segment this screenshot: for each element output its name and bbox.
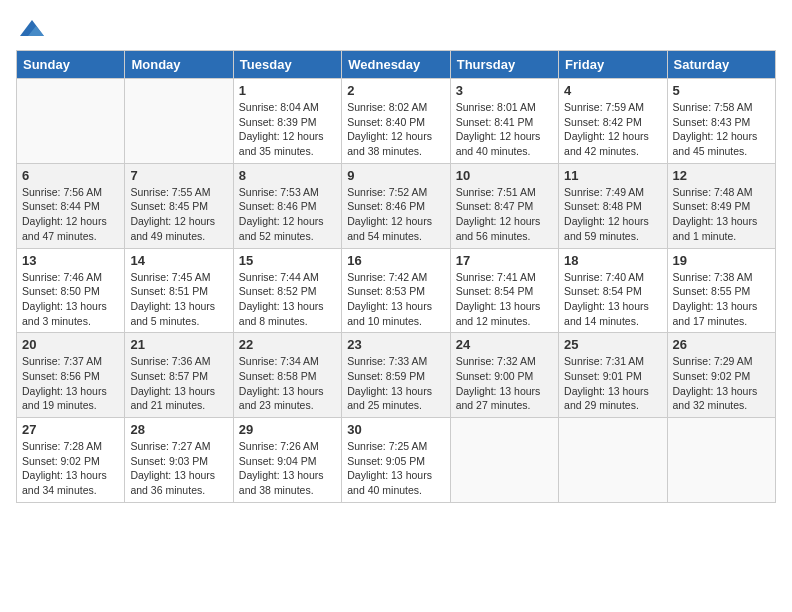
day-info: Sunrise: 7:41 AM Sunset: 8:54 PM Dayligh… (456, 270, 553, 329)
logo-icon (18, 16, 46, 44)
calendar-cell: 22Sunrise: 7:34 AM Sunset: 8:58 PM Dayli… (233, 333, 341, 418)
calendar-table: SundayMondayTuesdayWednesdayThursdayFrid… (16, 50, 776, 503)
day-info: Sunrise: 7:26 AM Sunset: 9:04 PM Dayligh… (239, 439, 336, 498)
day-info: Sunrise: 7:59 AM Sunset: 8:42 PM Dayligh… (564, 100, 661, 159)
calendar-cell: 21Sunrise: 7:36 AM Sunset: 8:57 PM Dayli… (125, 333, 233, 418)
calendar-cell: 23Sunrise: 7:33 AM Sunset: 8:59 PM Dayli… (342, 333, 450, 418)
calendar-cell: 11Sunrise: 7:49 AM Sunset: 8:48 PM Dayli… (559, 163, 667, 248)
calendar-cell: 12Sunrise: 7:48 AM Sunset: 8:49 PM Dayli… (667, 163, 775, 248)
page-header (16, 16, 776, 44)
day-number: 25 (564, 337, 661, 352)
day-info: Sunrise: 7:52 AM Sunset: 8:46 PM Dayligh… (347, 185, 444, 244)
day-info: Sunrise: 7:58 AM Sunset: 8:43 PM Dayligh… (673, 100, 770, 159)
day-number: 3 (456, 83, 553, 98)
calendar-cell: 24Sunrise: 7:32 AM Sunset: 9:00 PM Dayli… (450, 333, 558, 418)
day-number: 8 (239, 168, 336, 183)
day-number: 4 (564, 83, 661, 98)
day-info: Sunrise: 7:29 AM Sunset: 9:02 PM Dayligh… (673, 354, 770, 413)
day-number: 6 (22, 168, 119, 183)
header-tuesday: Tuesday (233, 51, 341, 79)
day-info: Sunrise: 7:46 AM Sunset: 8:50 PM Dayligh… (22, 270, 119, 329)
calendar-cell: 17Sunrise: 7:41 AM Sunset: 8:54 PM Dayli… (450, 248, 558, 333)
day-info: Sunrise: 7:31 AM Sunset: 9:01 PM Dayligh… (564, 354, 661, 413)
logo (16, 16, 46, 44)
day-info: Sunrise: 7:53 AM Sunset: 8:46 PM Dayligh… (239, 185, 336, 244)
day-number: 20 (22, 337, 119, 352)
header-saturday: Saturday (667, 51, 775, 79)
week-row-5: 27Sunrise: 7:28 AM Sunset: 9:02 PM Dayli… (17, 418, 776, 503)
day-number: 28 (130, 422, 227, 437)
day-number: 9 (347, 168, 444, 183)
calendar-cell: 14Sunrise: 7:45 AM Sunset: 8:51 PM Dayli… (125, 248, 233, 333)
day-number: 11 (564, 168, 661, 183)
day-info: Sunrise: 7:40 AM Sunset: 8:54 PM Dayligh… (564, 270, 661, 329)
calendar-header-row: SundayMondayTuesdayWednesdayThursdayFrid… (17, 51, 776, 79)
calendar-cell: 3Sunrise: 8:01 AM Sunset: 8:41 PM Daylig… (450, 79, 558, 164)
calendar-cell (667, 418, 775, 503)
day-info: Sunrise: 7:44 AM Sunset: 8:52 PM Dayligh… (239, 270, 336, 329)
day-number: 30 (347, 422, 444, 437)
day-number: 24 (456, 337, 553, 352)
day-info: Sunrise: 7:56 AM Sunset: 8:44 PM Dayligh… (22, 185, 119, 244)
day-info: Sunrise: 7:51 AM Sunset: 8:47 PM Dayligh… (456, 185, 553, 244)
day-number: 7 (130, 168, 227, 183)
day-info: Sunrise: 8:04 AM Sunset: 8:39 PM Dayligh… (239, 100, 336, 159)
calendar-cell (17, 79, 125, 164)
day-info: Sunrise: 7:36 AM Sunset: 8:57 PM Dayligh… (130, 354, 227, 413)
day-info: Sunrise: 7:55 AM Sunset: 8:45 PM Dayligh… (130, 185, 227, 244)
calendar-cell (125, 79, 233, 164)
calendar-cell: 15Sunrise: 7:44 AM Sunset: 8:52 PM Dayli… (233, 248, 341, 333)
calendar-cell: 13Sunrise: 7:46 AM Sunset: 8:50 PM Dayli… (17, 248, 125, 333)
day-number: 18 (564, 253, 661, 268)
day-number: 1 (239, 83, 336, 98)
day-info: Sunrise: 7:49 AM Sunset: 8:48 PM Dayligh… (564, 185, 661, 244)
calendar-cell: 30Sunrise: 7:25 AM Sunset: 9:05 PM Dayli… (342, 418, 450, 503)
day-number: 16 (347, 253, 444, 268)
calendar-cell: 29Sunrise: 7:26 AM Sunset: 9:04 PM Dayli… (233, 418, 341, 503)
week-row-2: 6Sunrise: 7:56 AM Sunset: 8:44 PM Daylig… (17, 163, 776, 248)
day-info: Sunrise: 7:28 AM Sunset: 9:02 PM Dayligh… (22, 439, 119, 498)
day-info: Sunrise: 7:25 AM Sunset: 9:05 PM Dayligh… (347, 439, 444, 498)
calendar-cell: 4Sunrise: 7:59 AM Sunset: 8:42 PM Daylig… (559, 79, 667, 164)
day-number: 12 (673, 168, 770, 183)
calendar-cell: 20Sunrise: 7:37 AM Sunset: 8:56 PM Dayli… (17, 333, 125, 418)
day-number: 10 (456, 168, 553, 183)
calendar-cell (450, 418, 558, 503)
header-friday: Friday (559, 51, 667, 79)
day-info: Sunrise: 7:27 AM Sunset: 9:03 PM Dayligh… (130, 439, 227, 498)
day-info: Sunrise: 7:48 AM Sunset: 8:49 PM Dayligh… (673, 185, 770, 244)
day-info: Sunrise: 7:38 AM Sunset: 8:55 PM Dayligh… (673, 270, 770, 329)
calendar-cell: 19Sunrise: 7:38 AM Sunset: 8:55 PM Dayli… (667, 248, 775, 333)
calendar-cell: 28Sunrise: 7:27 AM Sunset: 9:03 PM Dayli… (125, 418, 233, 503)
day-info: Sunrise: 8:02 AM Sunset: 8:40 PM Dayligh… (347, 100, 444, 159)
calendar-cell: 5Sunrise: 7:58 AM Sunset: 8:43 PM Daylig… (667, 79, 775, 164)
day-number: 19 (673, 253, 770, 268)
day-number: 22 (239, 337, 336, 352)
header-sunday: Sunday (17, 51, 125, 79)
day-number: 5 (673, 83, 770, 98)
day-number: 27 (22, 422, 119, 437)
calendar-cell: 7Sunrise: 7:55 AM Sunset: 8:45 PM Daylig… (125, 163, 233, 248)
week-row-4: 20Sunrise: 7:37 AM Sunset: 8:56 PM Dayli… (17, 333, 776, 418)
day-number: 21 (130, 337, 227, 352)
day-number: 2 (347, 83, 444, 98)
calendar-cell: 10Sunrise: 7:51 AM Sunset: 8:47 PM Dayli… (450, 163, 558, 248)
day-info: Sunrise: 7:32 AM Sunset: 9:00 PM Dayligh… (456, 354, 553, 413)
day-number: 15 (239, 253, 336, 268)
day-info: Sunrise: 7:34 AM Sunset: 8:58 PM Dayligh… (239, 354, 336, 413)
day-info: Sunrise: 7:45 AM Sunset: 8:51 PM Dayligh… (130, 270, 227, 329)
calendar-cell: 2Sunrise: 8:02 AM Sunset: 8:40 PM Daylig… (342, 79, 450, 164)
day-number: 17 (456, 253, 553, 268)
day-number: 26 (673, 337, 770, 352)
header-thursday: Thursday (450, 51, 558, 79)
day-info: Sunrise: 7:33 AM Sunset: 8:59 PM Dayligh… (347, 354, 444, 413)
calendar-cell: 25Sunrise: 7:31 AM Sunset: 9:01 PM Dayli… (559, 333, 667, 418)
calendar-cell (559, 418, 667, 503)
day-number: 23 (347, 337, 444, 352)
calendar-cell: 18Sunrise: 7:40 AM Sunset: 8:54 PM Dayli… (559, 248, 667, 333)
calendar-cell: 8Sunrise: 7:53 AM Sunset: 8:46 PM Daylig… (233, 163, 341, 248)
calendar-cell: 27Sunrise: 7:28 AM Sunset: 9:02 PM Dayli… (17, 418, 125, 503)
calendar-cell: 9Sunrise: 7:52 AM Sunset: 8:46 PM Daylig… (342, 163, 450, 248)
header-monday: Monday (125, 51, 233, 79)
day-info: Sunrise: 7:37 AM Sunset: 8:56 PM Dayligh… (22, 354, 119, 413)
